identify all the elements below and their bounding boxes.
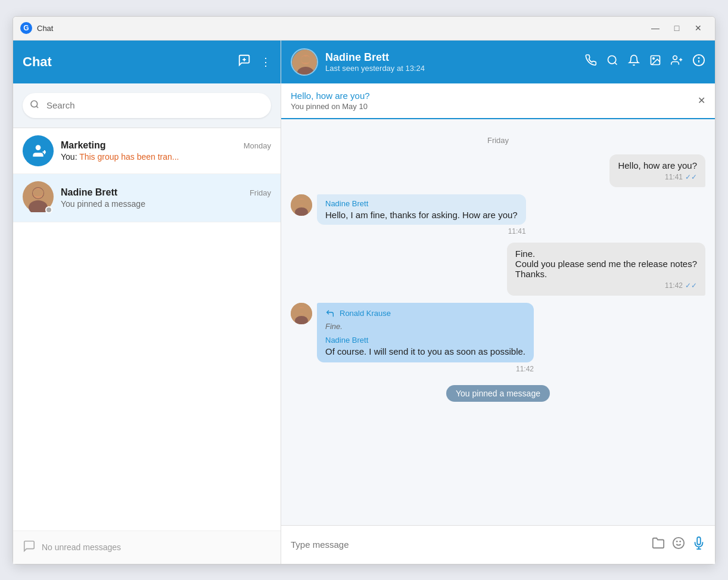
msg-sender-2: Nadine Brett [325, 336, 525, 345]
svg-point-16 [673, 56, 677, 60]
system-message: You pinned a message [291, 385, 705, 402]
message-text-1: Hello, how are you? [618, 160, 697, 170]
message-input[interactable] [291, 533, 645, 557]
reply-icon [325, 309, 335, 318]
svg-point-4 [36, 145, 41, 150]
message-in-2: Ronald Krause Fine. Nadine Brett Of cour… [291, 303, 705, 373]
chat-header-info: Nadine Brett Last seen yesterday at 13:2… [325, 51, 578, 73]
avatar-nadine-msg [291, 194, 312, 216]
svg-point-2 [31, 101, 38, 107]
profile-icon[interactable] [649, 54, 661, 69]
sidebar-header: Chat ⋮ [13, 41, 281, 83]
system-bubble: You pinned a message [446, 385, 550, 402]
microphone-icon[interactable] [692, 536, 705, 553]
message-text-in-2: Of course. I will send it to you as soon… [325, 346, 525, 356]
svg-point-12 [608, 56, 616, 64]
chat-item-marketing[interactable]: Marketing Monday You: This group has bee… [13, 128, 281, 174]
messages-area: Friday Hello, how are you? 11:41 ✓✓ [281, 119, 715, 525]
chat-header-avatar [291, 48, 318, 76]
nadine-time: Friday [250, 188, 271, 197]
chat-contact-status: Last seen yesterday at 13:24 [325, 64, 578, 73]
app-window: G Chat — □ ✕ Chat ⋮ [13, 16, 715, 565]
no-messages-text: No unread messages [42, 542, 121, 552]
chat-item-nadine[interactable]: Nadine Brett Friday You pinned a message [13, 174, 281, 222]
marketing-name: Marketing [61, 140, 106, 151]
marketing-preview: You: This group has been tran... [61, 152, 271, 162]
window-controls: — □ ✕ [646, 21, 708, 35]
msg-time-1: 11:41 [665, 173, 683, 181]
marketing-chat-info: Marketing Monday You: This group has bee… [61, 140, 271, 162]
marketing-time: Monday [244, 141, 271, 150]
call-icon[interactable] [585, 54, 597, 69]
add-contact-icon[interactable] [671, 54, 683, 69]
marketing-name-row: Marketing Monday [61, 140, 271, 151]
new-chat-icon[interactable] [238, 54, 251, 70]
bubble-in-1: Nadine Brett Hello, I am fine, thanks fo… [317, 194, 526, 225]
avatar-marketing [23, 135, 54, 166]
message-text-in-1: Hello, I am fine, thanks for asking. How… [325, 210, 518, 220]
message-out-1: Hello, how are you? 11:41 ✓✓ [291, 154, 705, 187]
msg-in-content-2: Ronald Krause Fine. Nadine Brett Of cour… [317, 303, 534, 373]
search-chat-icon[interactable] [606, 54, 618, 69]
msg-line-1: Fine. [515, 249, 697, 259]
msg-meta-2: 11:42 ✓✓ [515, 281, 697, 290]
pinned-content: Hello, how are you? You pinned on May 10 [291, 91, 370, 111]
pinned-banner: Hello, how are you? You pinned on May 10… [281, 83, 715, 119]
online-status-dot [45, 206, 52, 213]
app-title: Chat [37, 24, 646, 33]
msg-line-2: Could you please send me the release not… [515, 259, 697, 269]
notifications-icon[interactable] [628, 54, 640, 69]
nadine-name: Nadine Brett [61, 187, 117, 198]
msg-meta-1: 11:41 ✓✓ [618, 173, 697, 181]
emoji-icon[interactable] [672, 536, 685, 553]
reply-text: Fine. [325, 322, 525, 331]
more-options-icon[interactable]: ⋮ [260, 55, 271, 69]
bubble-out-1: Hello, how are you? 11:41 ✓✓ [609, 154, 705, 187]
pinned-sub: You pinned on May 10 [291, 102, 370, 111]
msg-check-2: ✓✓ [685, 281, 697, 290]
reply-sender: Ronald Krause [340, 309, 391, 318]
search-wrapper [23, 93, 271, 118]
sidebar: Chat ⋮ [13, 41, 281, 564]
nadine-chat-info: Nadine Brett Friday You pinned a message [61, 187, 271, 209]
msg-in-time-2: 11:42 [317, 365, 534, 373]
msg-in-content-1: Nadine Brett Hello, I am fine, thanks fo… [317, 194, 526, 235]
no-messages-icon [23, 539, 36, 556]
app-body: Chat ⋮ [13, 41, 715, 564]
pinned-close-button[interactable]: ✕ [698, 95, 705, 106]
search-input[interactable] [23, 93, 271, 118]
svg-line-13 [615, 63, 617, 65]
nadine-name-row: Nadine Brett Friday [61, 187, 271, 198]
close-button[interactable]: ✕ [689, 21, 708, 35]
nadine-preview: You pinned a message [61, 199, 271, 209]
app-logo: G [20, 22, 32, 34]
message-input-area [281, 525, 715, 564]
pinned-text: Hello, how are you? [291, 91, 370, 101]
info-icon[interactable] [692, 54, 705, 70]
maximize-button[interactable]: □ [667, 21, 686, 35]
bubble-out-2: Fine. Could you please send me the relea… [507, 243, 705, 296]
search-icon [30, 100, 39, 111]
svg-point-28 [673, 538, 684, 548]
sidebar-header-icons: ⋮ [238, 54, 271, 70]
reply-ref: Ronald Krause [325, 309, 525, 318]
msg-sender-1: Nadine Brett [325, 199, 518, 208]
minimize-button[interactable]: — [646, 21, 665, 35]
bubble-in-2: Ronald Krause Fine. Nadine Brett Of cour… [317, 303, 534, 362]
svg-point-15 [653, 58, 655, 60]
chat-panel: Nadine Brett Last seen yesterday at 13:2… [281, 41, 715, 564]
attach-file-icon[interactable] [652, 536, 665, 553]
date-divider: Friday [291, 136, 705, 145]
chat-header-actions [585, 54, 705, 70]
titlebar: G Chat — □ ✕ [13, 17, 715, 41]
svg-line-3 [36, 106, 38, 108]
msg-time-2: 11:42 [665, 281, 683, 290]
message-out-2: Fine. Could you please send me the relea… [291, 243, 705, 296]
avatar-nadine-msg-2 [291, 303, 312, 324]
msg-line-3: Thanks. [515, 269, 697, 279]
chat-list: Marketing Monday You: This group has bee… [13, 128, 281, 531]
search-container [13, 83, 281, 128]
sidebar-title: Chat [23, 54, 52, 70]
sidebar-footer: No unread messages [13, 531, 281, 564]
chat-header: Nadine Brett Last seen yesterday at 13:2… [281, 41, 715, 83]
